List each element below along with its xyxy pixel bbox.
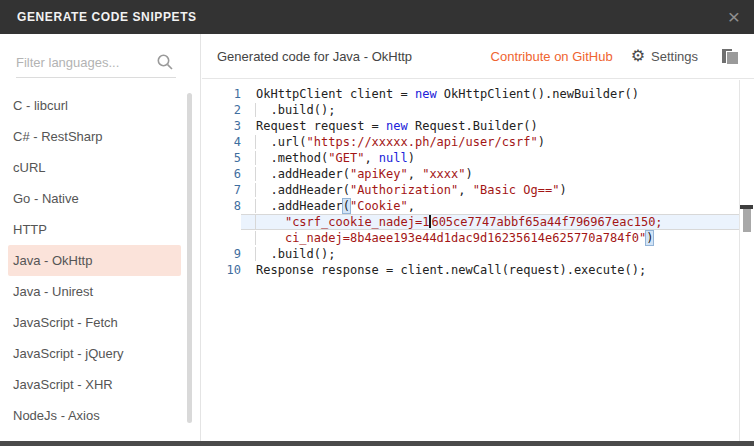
- main-header-actions: Contribute on GitHub ⚙ Settings: [491, 48, 754, 65]
- line-number: 1: [202, 86, 241, 102]
- indent-guide: [255, 199, 256, 213]
- dialog-header: GENERATE CODE SNIPPETS ×: [0, 0, 754, 34]
- settings-label: Settings: [651, 49, 698, 64]
- line-number: [202, 230, 241, 246]
- indent-guide: [255, 103, 256, 117]
- code-line: 10Response response = client.newCall(req…: [202, 262, 739, 278]
- gear-icon: ⚙: [631, 48, 645, 64]
- filter-languages-input[interactable]: [16, 50, 146, 74]
- close-icon[interactable]: ×: [728, 4, 740, 30]
- sidebar-item-http[interactable]: HTTP: [8, 214, 181, 245]
- code-line-content: Request request = new Request.Builder(): [241, 118, 739, 134]
- code-line: 7 .addHeader("Authorization", "Basic Og=…: [202, 182, 739, 198]
- sidebar-item-javascript-xhr[interactable]: JavaScript - XHR: [8, 369, 181, 400]
- code-line: 5 .method("GET", null): [202, 150, 739, 166]
- code-line-content: "csrf_cookie_nadej=1605ce7747abbf65a44f7…: [241, 214, 739, 230]
- sidebar-item-nodejs-axios[interactable]: NodeJs - Axios: [8, 400, 181, 431]
- dialog-title: GENERATE CODE SNIPPETS: [0, 10, 197, 24]
- indent-guide: [255, 183, 256, 197]
- indent-guide: [255, 231, 256, 245]
- sidebar-item-javascript-jquery[interactable]: JavaScript - jQuery: [8, 338, 181, 369]
- sidebar-item-c-restsharp[interactable]: C# - RestSharp: [8, 121, 181, 152]
- code-line: 9 .build();: [202, 246, 739, 262]
- sidebar-item-curl[interactable]: cURL: [8, 152, 181, 183]
- sidebar-scrollbar[interactable]: [187, 93, 192, 423]
- code-line-content: .method("GET", null): [241, 150, 739, 166]
- indent-guide: [255, 215, 256, 229]
- code-lines: 1OkHttpClient client = new OkHttpClient(…: [202, 80, 740, 441]
- indent-guide: [255, 151, 256, 165]
- code-line: ci_nadej=8b4aee193e44d1dac9d16235614e625…: [202, 230, 739, 246]
- settings-button[interactable]: ⚙ Settings: [631, 48, 698, 64]
- copy-code-button[interactable]: [722, 48, 739, 65]
- indent-guide: [255, 247, 256, 261]
- sidebar-item-go-native[interactable]: Go - Native: [8, 183, 181, 214]
- editor-scrollbar-thumb[interactable]: [743, 209, 751, 232]
- line-number: 3: [202, 118, 241, 134]
- language-sidebar: C - libcurlC# - RestSharpcURLGo - Native…: [0, 34, 201, 441]
- code-line-content: .build();: [241, 246, 739, 262]
- search-icon: [156, 53, 174, 75]
- page-bottom-bar: [0, 441, 754, 446]
- line-number: 9: [202, 246, 241, 262]
- sidebar-item-java-unirest[interactable]: Java - Unirest: [8, 276, 181, 307]
- code-line: 2 .build();: [202, 102, 739, 118]
- sidebar-item-java-okhttp[interactable]: Java - OkHttp: [8, 245, 181, 276]
- code-line-content: .url("https://xxxxx.ph/api/user/csrf"): [241, 134, 739, 150]
- code-line: 8 .addHeader("Cookie",: [202, 198, 739, 214]
- filter-field-wrap: [16, 50, 176, 78]
- line-number: 2: [202, 102, 241, 118]
- sidebar-item-nodejs-native[interactable]: NodeJs - Native: [8, 431, 181, 441]
- code-editor[interactable]: 1OkHttpClient client = new OkHttpClient(…: [202, 80, 754, 441]
- code-line-content: Response response = client.newCall(reque…: [241, 262, 739, 278]
- contribute-on-github-link[interactable]: Contribute on GitHub: [491, 49, 613, 64]
- code-line: 3Request request = new Request.Builder(): [202, 118, 739, 134]
- code-line: 4 .url("https://xxxxx.ph/api/user/csrf"): [202, 134, 739, 150]
- code-line: 1OkHttpClient client = new OkHttpClient(…: [202, 86, 739, 102]
- code-line: "csrf_cookie_nadej=1605ce7747abbf65a44f7…: [202, 214, 739, 230]
- main-header: Generated code for Java - OkHttp Contrib…: [202, 34, 754, 79]
- sidebar-item-javascript-fetch[interactable]: JavaScript - Fetch: [8, 307, 181, 338]
- code-line-content: .build();: [241, 102, 739, 118]
- code-line-content: .addHeader("Cookie",: [241, 198, 739, 214]
- sidebar-item-c-libcurl[interactable]: C - libcurl: [8, 90, 181, 121]
- code-line: 6 .addHeader("apiKey", "xxxx"): [202, 166, 739, 182]
- code-line-content: ci_nadej=8b4aee193e44d1dac9d16235614e625…: [241, 230, 739, 246]
- line-number: 4: [202, 134, 241, 150]
- line-number: 5: [202, 150, 241, 166]
- line-number: 6: [202, 166, 241, 182]
- language-list: C - libcurlC# - RestSharpcURLGo - Native…: [0, 90, 200, 441]
- line-number: 10: [202, 262, 241, 278]
- line-number: 7: [202, 182, 241, 198]
- generated-code-title: Generated code for Java - OkHttp: [202, 49, 412, 64]
- indent-guide: [255, 135, 256, 149]
- code-line-content: .addHeader("Authorization", "Basic Og=="…: [241, 182, 739, 198]
- line-number: [202, 214, 241, 230]
- indent-guide: [255, 167, 256, 181]
- code-line-content: .addHeader("apiKey", "xxxx"): [241, 166, 739, 182]
- code-line-content: OkHttpClient client = new OkHttpClient()…: [241, 86, 739, 102]
- line-number: 8: [202, 198, 241, 214]
